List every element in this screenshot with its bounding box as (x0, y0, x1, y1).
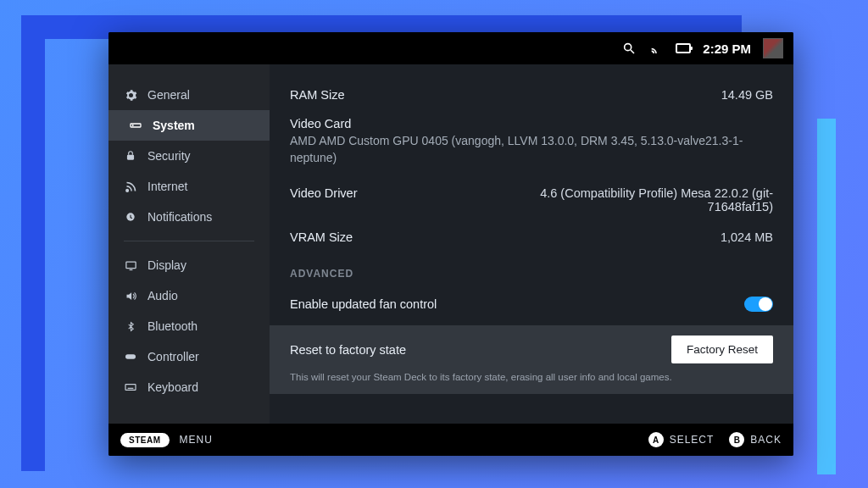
sidebar-item-audio[interactable]: Audio (108, 280, 270, 311)
svg-rect-7 (125, 262, 135, 269)
row-vram: VRAM Size 1,024 MB (290, 222, 773, 252)
speaker-icon (124, 289, 137, 302)
sidebar-item-label: General (147, 88, 254, 102)
cast-icon[interactable] (648, 41, 664, 56)
vram-value: 1,024 MB (721, 230, 773, 244)
main-container: General System Security Internet (108, 64, 793, 424)
sidebar-item-bluetooth[interactable]: Bluetooth (108, 311, 270, 341)
avatar[interactable] (763, 38, 783, 58)
row-fan-control: Enable updated fan control (290, 288, 773, 320)
clock-time: 2:29 PM (703, 42, 751, 56)
advanced-heading: ADVANCED (290, 252, 773, 288)
sidebar: General System Security Internet (108, 64, 270, 424)
fan-label: Enable updated fan control (290, 297, 437, 311)
back-button[interactable]: B BACK (729, 432, 782, 447)
bluetooth-icon (124, 319, 137, 333)
back-label: BACK (750, 434, 782, 446)
svg-point-5 (125, 189, 128, 191)
sidebar-item-security[interactable]: Security (108, 141, 270, 171)
footer-left: STEAM MENU (120, 433, 213, 447)
sidebar-item-controller[interactable]: Controller (108, 341, 270, 372)
sidebar-item-label: Keyboard (147, 380, 254, 394)
content-panel[interactable]: RAM Size 14.49 GB Video Card AMD AMD Cus… (270, 64, 793, 424)
top-bar: 2:29 PM (108, 32, 793, 64)
sidebar-item-label: Bluetooth (147, 319, 254, 333)
menu-label: MENU (180, 434, 213, 446)
select-button[interactable]: A SELECT (648, 432, 715, 447)
fan-toggle[interactable] (744, 297, 773, 312)
sidebar-item-label: Controller (147, 350, 254, 363)
sidebar-item-label: Internet (147, 180, 254, 193)
svg-rect-4 (127, 155, 134, 160)
video-driver-value: 4.6 (Compatibility Profile) Mesa 22.0.2 … (483, 186, 773, 214)
video-card-label: Video Card (290, 117, 773, 130)
factory-reset-button[interactable]: Factory Reset (671, 336, 773, 363)
svg-rect-9 (125, 354, 136, 358)
sidebar-item-keyboard[interactable]: Keyboard (108, 372, 270, 402)
video-driver-label: Video Driver (290, 186, 358, 214)
system-icon (129, 119, 142, 132)
lock-icon (124, 149, 137, 163)
sidebar-item-label: Display (147, 258, 254, 272)
svg-line-1 (631, 50, 634, 53)
ram-label: RAM Size (290, 88, 344, 102)
svg-point-0 (625, 44, 632, 51)
steam-button[interactable]: STEAM (120, 433, 170, 447)
ram-value: 14.49 GB (721, 88, 773, 102)
video-card-value: AMD AMD Custom GPU 0405 (vangogh, LLVM 1… (290, 133, 773, 166)
rss-icon (124, 180, 137, 193)
bell-icon (124, 210, 137, 224)
sidebar-item-label: Security (147, 149, 254, 163)
sidebar-item-notifications[interactable]: Notifications (108, 202, 270, 232)
sidebar-item-label: Notifications (147, 210, 254, 224)
sidebar-item-general[interactable]: General (108, 80, 270, 110)
sidebar-item-system[interactable]: System (108, 110, 270, 141)
footer-bar: STEAM MENU A SELECT B BACK (108, 424, 793, 456)
select-label: SELECT (670, 434, 715, 446)
b-button-icon: B (729, 432, 744, 447)
gear-icon (124, 88, 137, 102)
svg-point-3 (132, 125, 134, 126)
keyboard-icon (124, 380, 137, 394)
vram-label: VRAM Size (290, 230, 353, 244)
sidebar-item-display[interactable]: Display (108, 250, 270, 280)
sidebar-divider (124, 241, 254, 241)
monitor-icon (124, 258, 137, 272)
sidebar-item-label: Audio (147, 289, 254, 302)
search-icon[interactable] (621, 41, 637, 56)
sidebar-item-label: System (153, 119, 254, 132)
footer-right: A SELECT B BACK (648, 432, 782, 447)
row-ram: RAM Size 14.49 GB (290, 80, 773, 110)
reset-description: This will reset your Steam Deck to its f… (290, 372, 773, 382)
row-video-driver: Video Driver 4.6 (Compatibility Profile)… (290, 178, 773, 222)
battery-icon (676, 41, 691, 56)
sidebar-item-internet[interactable]: Internet (108, 171, 270, 202)
settings-window: 2:29 PM General System Security (108, 32, 793, 456)
gamepad-icon (124, 350, 137, 363)
row-factory-reset: Reset to factory state Factory Reset Thi… (270, 325, 793, 394)
row-video-card: Video Card AMD AMD Custom GPU 0405 (vang… (290, 110, 773, 178)
reset-label: Reset to factory state (290, 343, 406, 357)
a-button-icon: A (648, 432, 664, 447)
svg-rect-10 (125, 385, 136, 391)
